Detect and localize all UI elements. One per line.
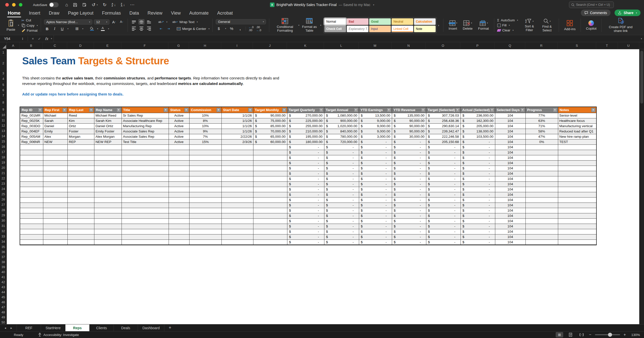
table-cell[interactable]: 104 xyxy=(495,134,525,139)
row-header-20[interactable]: 20 xyxy=(0,165,7,171)
table-cell[interactable] xyxy=(253,166,287,171)
column-target-monthly[interactable]: Target Monthly▼ xyxy=(253,107,287,113)
table-cell[interactable]: Reduced load after Q1 xyxy=(558,129,596,134)
table-cell[interactable]: 104 xyxy=(495,144,525,150)
table-cell[interactable] xyxy=(94,192,122,197)
table-cell[interactable] xyxy=(525,213,558,218)
table-cell[interactable]: $- xyxy=(392,171,426,176)
table-cell[interactable] xyxy=(558,176,596,181)
table-cell[interactable] xyxy=(122,208,169,213)
table-cell[interactable]: $- xyxy=(324,150,359,155)
table-cell[interactable] xyxy=(67,187,94,192)
column-header-M[interactable]: M xyxy=(359,42,392,49)
table-cell[interactable]: $- xyxy=(461,213,495,218)
normal-view-button[interactable]: ⊞ xyxy=(556,332,563,337)
table-cell[interactable]: 71% xyxy=(525,123,558,129)
table-cell[interactable]: 104 xyxy=(495,213,525,218)
table-cell[interactable] xyxy=(20,229,43,234)
table-cell[interactable]: $- xyxy=(287,155,324,160)
table-cell[interactable] xyxy=(558,213,596,218)
table-cell[interactable]: Daniel Ortiz xyxy=(94,123,122,129)
table-cell[interactable]: $- xyxy=(324,208,359,213)
table-cell[interactable] xyxy=(221,234,253,239)
table-cell[interactable]: Active xyxy=(169,123,189,129)
row-header-8[interactable]: 8 xyxy=(0,99,7,107)
table-cell[interactable]: $- xyxy=(287,208,324,213)
comments-button[interactable]: Comments xyxy=(581,10,611,16)
column-ytd-earnings[interactable]: YTD Earnings▼ xyxy=(359,107,392,113)
table-cell[interactable]: 104 xyxy=(495,187,525,192)
table-cell[interactable] xyxy=(525,208,558,213)
font-size-select[interactable]: 12▾ xyxy=(94,19,109,25)
table-cell[interactable] xyxy=(189,218,221,224)
format-cells-button[interactable]: ▾ Format xyxy=(476,20,491,30)
table-cell[interactable]: $- xyxy=(461,171,495,176)
table-cell[interactable] xyxy=(94,239,122,245)
row-header-4[interactable]: 4 xyxy=(0,76,7,82)
table-cell[interactable] xyxy=(94,224,122,229)
filter-button[interactable]: ▼ xyxy=(89,108,93,112)
table-cell[interactable] xyxy=(169,160,189,166)
row-header-43[interactable]: 43 xyxy=(0,285,7,290)
align-left-icon[interactable] xyxy=(131,26,137,31)
sheet-canvas[interactable]: Sales Team Targets & Structure This shee… xyxy=(7,49,639,324)
table-cell[interactable]: Rep_001MR xyxy=(20,113,43,118)
table-cell[interactable] xyxy=(94,187,122,192)
table-cell[interactable] xyxy=(558,150,596,155)
table-cell[interactable]: Morgan xyxy=(67,134,94,139)
ribbon-tab-automate[interactable]: Automate xyxy=(185,10,213,17)
table-cell[interactable]: $- xyxy=(461,176,495,181)
table-cell[interactable] xyxy=(122,150,169,155)
table-cell[interactable]: $- xyxy=(461,208,495,213)
table-cell[interactable]: $85,000.00 xyxy=(253,123,287,129)
close-window-button[interactable] xyxy=(5,3,9,7)
table-cell[interactable]: $- xyxy=(359,171,392,176)
cell-style-normal[interactable]: Normal xyxy=(324,18,346,25)
table-cell[interactable] xyxy=(20,197,43,203)
paste-dropdown[interactable]: ▾ xyxy=(18,24,19,26)
table-cell[interactable] xyxy=(558,171,596,176)
cell-style-neutral[interactable]: Neutral xyxy=(392,18,413,25)
table-cell[interactable]: $- xyxy=(392,155,426,160)
increase-indent-icon[interactable]: ⇥ xyxy=(166,26,172,31)
align-right-icon[interactable] xyxy=(146,26,152,31)
table-cell[interactable] xyxy=(189,213,221,218)
table-cell[interactable]: $- xyxy=(287,144,324,150)
table-cell[interactable]: $- xyxy=(324,171,359,176)
table-cell[interactable]: $- xyxy=(426,160,461,166)
table-cell[interactable]: Kim xyxy=(67,118,94,123)
table-cell[interactable]: $- xyxy=(287,160,324,166)
table-cell[interactable] xyxy=(169,229,189,234)
table-cell[interactable] xyxy=(67,176,94,181)
table-cell[interactable]: $- xyxy=(461,166,495,171)
table-cell[interactable] xyxy=(122,171,169,176)
table-cell[interactable] xyxy=(94,234,122,239)
table-cell[interactable]: $- xyxy=(461,155,495,160)
increase-font-icon[interactable]: A˄ xyxy=(111,19,117,25)
column-rep-id[interactable]: Rep ID▼ xyxy=(20,107,43,113)
fill-color-icon[interactable] xyxy=(89,26,95,31)
vertical-scrollbar[interactable] xyxy=(639,49,644,324)
ribbon-tab-draw[interactable]: Draw xyxy=(45,10,64,17)
table-cell[interactable] xyxy=(94,166,122,171)
create-pdf-button[interactable]: Create PDF and share link xyxy=(605,18,636,33)
filter-button[interactable]: ▼ xyxy=(117,108,121,112)
table-cell[interactable] xyxy=(20,203,43,208)
font-name-select[interactable]: Aptos Narrow (Bod...▾ xyxy=(44,19,92,25)
table-cell[interactable]: $225,000.00 xyxy=(287,118,324,123)
column-header-D[interactable]: D xyxy=(67,42,94,49)
filter-button[interactable]: ▼ xyxy=(553,108,557,112)
row-header-2[interactable]: 2 xyxy=(0,56,7,71)
column-header-S[interactable]: S xyxy=(558,42,596,49)
ribbon-tab-review[interactable]: Review xyxy=(143,10,167,17)
table-cell[interactable] xyxy=(43,197,67,203)
table-cell[interactable] xyxy=(67,208,94,213)
table-cell[interactable]: $- xyxy=(461,187,495,192)
sheet-tab-reps[interactable]: Reps xyxy=(65,324,89,331)
table-cell[interactable]: $- xyxy=(324,239,359,245)
table-cell[interactable]: Associate Sales Rep xyxy=(122,134,169,139)
table-cell[interactable] xyxy=(169,203,189,208)
table-cell[interactable] xyxy=(67,224,94,229)
table-cell[interactable]: $- xyxy=(426,239,461,245)
table-cell[interactable]: Sr Sales Rep xyxy=(122,113,169,118)
